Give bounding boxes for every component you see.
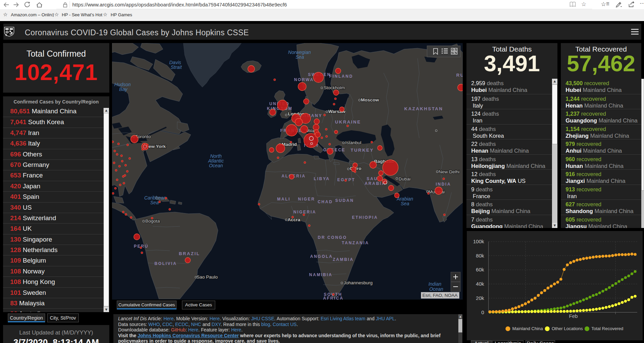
svg-text:Total Recovered: Total Recovered bbox=[591, 326, 623, 331]
svg-text:0: 0 bbox=[481, 309, 484, 315]
svg-text:Sea: Sea bbox=[296, 54, 304, 60]
svg-text:Johannesburg: Johannesburg bbox=[344, 280, 373, 285]
svg-text:KAZAKHSTAN: KAZAKHSTAN bbox=[404, 106, 443, 111]
svg-text:Sea: Sea bbox=[401, 201, 409, 206]
svg-text:SUDAN: SUDAN bbox=[335, 198, 354, 203]
svg-text:UKRAINE: UKRAINE bbox=[335, 119, 361, 125]
svg-text:Mainland China: Mainland China bbox=[512, 326, 543, 331]
svg-text:60k: 60k bbox=[476, 267, 484, 272]
svg-text:Bay: Bay bbox=[119, 87, 128, 92]
svg-text:MALI: MALI bbox=[277, 197, 290, 202]
svg-text:100k: 100k bbox=[473, 239, 484, 244]
svg-text:BRAZIL: BRAZIL bbox=[179, 251, 200, 256]
svg-text:Esri, FAO, NOAA: Esri, FAO, NOAA bbox=[422, 293, 458, 298]
svg-text:ETHIOPIA: ETHIOPIA bbox=[352, 215, 378, 220]
svg-text:Stockholm: Stockholm bbox=[324, 85, 345, 90]
svg-text:RU: RU bbox=[456, 73, 463, 78]
svg-text:LIBYA: LIBYA bbox=[314, 176, 330, 181]
svg-text:FINLAND: FINLAND bbox=[329, 74, 353, 79]
svg-text:Dubai: Dubai bbox=[399, 176, 410, 182]
svg-text:INDIA: INDIA bbox=[436, 182, 451, 187]
svg-text:Sea: Sea bbox=[150, 200, 159, 205]
svg-text:DR CONGO: DR CONGO bbox=[318, 235, 347, 240]
svg-text:Sao Paulo: Sao Paulo bbox=[197, 274, 218, 280]
svg-text:80k: 80k bbox=[476, 253, 484, 259]
svg-text:BOLIVIA: BOLIVIA bbox=[154, 261, 177, 266]
svg-text:NIGER: NIGER bbox=[298, 197, 315, 202]
svg-text:Moscow: Moscow bbox=[361, 97, 379, 102]
svg-text:Strait: Strait bbox=[171, 64, 182, 70]
svg-text:40k: 40k bbox=[476, 281, 484, 287]
svg-text:ANGOLA: ANGOLA bbox=[310, 254, 333, 259]
svg-text:Ocean: Ocean bbox=[429, 286, 443, 292]
svg-text:ZAMBIA: ZAMBIA bbox=[333, 257, 354, 262]
svg-text:NIGERIA: NIGERIA bbox=[293, 210, 316, 214]
svg-text:NAMIBIA: NAMIBIA bbox=[309, 272, 333, 277]
svg-text:TURKEY: TURKEY bbox=[351, 148, 374, 153]
svg-text:Other Locations: Other Locations bbox=[552, 326, 583, 331]
svg-text:CHAD: CHAD bbox=[318, 199, 333, 204]
svg-text:Bogota: Bogota bbox=[145, 218, 160, 224]
svg-text:New Delhi: New Delhi bbox=[439, 169, 460, 174]
svg-text:20k: 20k bbox=[476, 295, 484, 301]
svg-text:Feb: Feb bbox=[569, 313, 578, 319]
svg-text:GREECE: GREECE bbox=[323, 148, 346, 152]
svg-text:AFRICA: AFRICA bbox=[323, 296, 344, 300]
svg-text:Accra: Accra bbox=[288, 217, 300, 222]
svg-text:TANZANIA: TANZANIA bbox=[342, 241, 369, 245]
svg-text:Indian: Indian bbox=[428, 281, 441, 287]
svg-text:Ocean: Ocean bbox=[209, 163, 223, 168]
svg-text:Istanbul: Istanbul bbox=[345, 140, 361, 145]
